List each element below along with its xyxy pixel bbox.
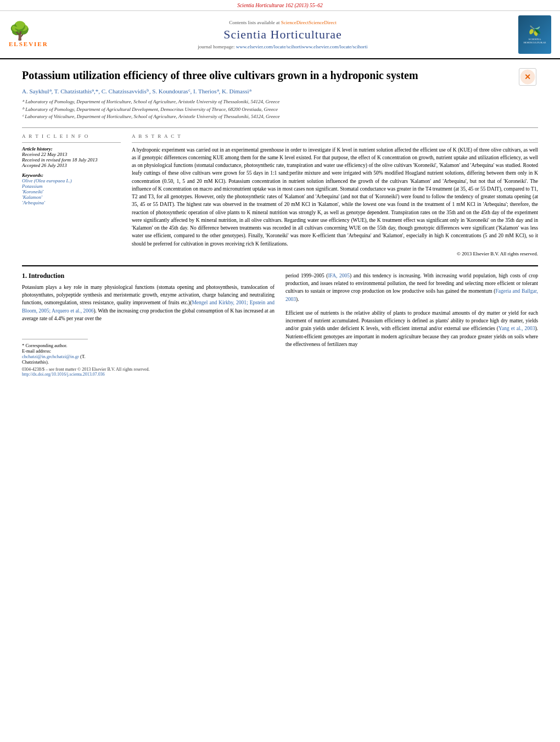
body-right: period 1999–2005 (IFA, 2005) and this te…	[285, 272, 538, 377]
journal-homepage: journal homepage: www.elsevier.com/locat…	[53, 44, 513, 49]
article-info-heading: A R T I C L E I N F O	[22, 133, 121, 139]
journal-center-info: Contents lists available at ScienceDirec…	[53, 20, 513, 49]
received-date: Received 22 May 2013	[22, 152, 121, 157]
elsevier-logo-area: 🌳 ELSEVIER	[9, 22, 53, 47]
svg-text:✕: ✕	[524, 73, 531, 81]
copyright: © 2013 Elsevier B.V. All rights reserved…	[132, 251, 538, 256]
footnote-star-label: * Corresponding author.	[22, 343, 88, 348]
body-left: 1. Introduction Potassium plays a key ro…	[22, 272, 275, 377]
keywords-title: Keywords:	[22, 172, 121, 178]
authors: A. Saykhulᵃ, T. Chatzistathisᵃ,*, C. Cha…	[22, 88, 513, 95]
article-meta-section: A R T I C L E I N F O Article history: R…	[22, 133, 538, 256]
abstract-heading: A B S T R A C T	[132, 133, 538, 139]
logo-text: SCIENTIAHORTICULTURAE	[523, 38, 546, 44]
journal-header: 🌳 ELSEVIER Contents lists available at S…	[0, 11, 560, 59]
affiliations: ᵃ Laboratory of Pomology, Department of …	[22, 98, 513, 121]
crossmark-badge: ✕	[519, 68, 536, 86]
journal-logo: 🫒 SCIENTIAHORTICULTURAE	[513, 15, 551, 54]
keyword-5: 'Arbequina'	[22, 200, 121, 205]
footnote-email-line: E-mail address: chchatzi@in.grchchatzi@i…	[22, 348, 88, 365]
keyword-1: Olive (Olea europaea L.)	[22, 178, 121, 183]
accepted-date: Accepted 26 July 2013	[22, 163, 121, 168]
divider-2	[132, 142, 538, 143]
doi-line[interactable]: http://dx.doi.org/10.1016/j.scienta.2013…	[22, 372, 275, 377]
article-title: Potassium utilization efficiency of thre…	[22, 68, 513, 82]
abstract-text: A hydroponic experiment was carried out …	[132, 146, 538, 248]
elsevier-wordmark: ELSEVIER	[9, 41, 48, 47]
history-title: Article history:	[22, 146, 121, 152]
article-history: Article history: Received 22 May 2013 Re…	[22, 146, 121, 168]
affiliation-c: ᶜ Laboratory of Viticulture, Department …	[22, 113, 513, 121]
journal-reference: Scientia Horticulturae 162 (2013) 55–62	[237, 3, 323, 8]
footnote-section: * Corresponding author. E-mail address: …	[22, 339, 88, 365]
journal-title: Scientia Horticulturae	[53, 27, 513, 42]
sciencedirect-link[interactable]: ScienceDirect	[281, 20, 309, 25]
main-content: Potassium utilization efficiency of thre…	[0, 59, 560, 386]
contents-line: Contents lists available at ScienceDirec…	[53, 20, 513, 25]
ref-yang[interactable]: Yang et al., 2003	[499, 326, 535, 331]
divider-1	[22, 142, 121, 143]
issn-line: 0304-4238/$ – see front matter © 2013 El…	[22, 367, 275, 372]
crossmark-area: ✕	[519, 68, 538, 86]
keyword-2: Potassium	[22, 183, 121, 189]
body-two-col: 1. Introduction Potassium plays a key ro…	[22, 272, 538, 377]
intro-para-3: Efficient use of nutrients is the relati…	[285, 309, 538, 348]
homepage-url[interactable]: www.elsevier.com/locate/scihorti	[236, 44, 302, 49]
ref-ifa[interactable]: IFA, 2005	[328, 273, 350, 278]
body-content: 1. Introduction Potassium plays a key ro…	[22, 265, 538, 377]
author-list: A. Saykhulᵃ, T. Chatzistathisᵃ,*, C. Cha…	[22, 88, 251, 94]
keyword-4: 'Kalamon'	[22, 194, 121, 200]
email-link[interactable]: chchatzi@in.gr	[22, 354, 51, 359]
intro-para-1: Potassium plays a key role in many physi…	[22, 283, 275, 322]
keywords-section: Keywords: Olive (Olea europaea L.) Potas…	[22, 172, 121, 205]
affiliation-a: ᵃ Laboratory of Pomology, Department of …	[22, 98, 513, 106]
top-bar: Scientia Horticulturae 162 (2013) 55–62	[0, 0, 560, 11]
journal-logo-box: 🫒 SCIENTIAHORTICULTURAE	[518, 15, 551, 54]
intro-para-2: period 1999–2005 (IFA, 2005) and this te…	[285, 272, 538, 303]
keyword-3: 'Koroneiki'	[22, 189, 121, 194]
olive-icon: 🫒	[529, 25, 541, 37]
article-title-section: Potassium utilization efficiency of thre…	[22, 68, 538, 128]
article-title-text: Potassium utilization efficiency of thre…	[22, 68, 513, 121]
revised-date: Received in revised form 18 July 2013	[22, 157, 121, 163]
section-1-heading: 1. Introduction	[22, 272, 275, 280]
affiliation-b: ᵇ Laboratory of Pomology, Department of …	[22, 106, 513, 114]
ref-mengel[interactable]: Mengel and Kirkby, 2001; Epstein and Blo…	[22, 300, 275, 313]
elsevier-tree-icon: 🌳	[9, 22, 31, 40]
crossmark-icon: ✕	[520, 69, 535, 85]
ref-fageria[interactable]: Fageria and Ballgar, 2003	[285, 288, 538, 302]
abstract-col: A B S T R A C T A hydroponic experiment …	[132, 133, 538, 256]
article-info-col: A R T I C L E I N F O Article history: R…	[22, 133, 121, 256]
